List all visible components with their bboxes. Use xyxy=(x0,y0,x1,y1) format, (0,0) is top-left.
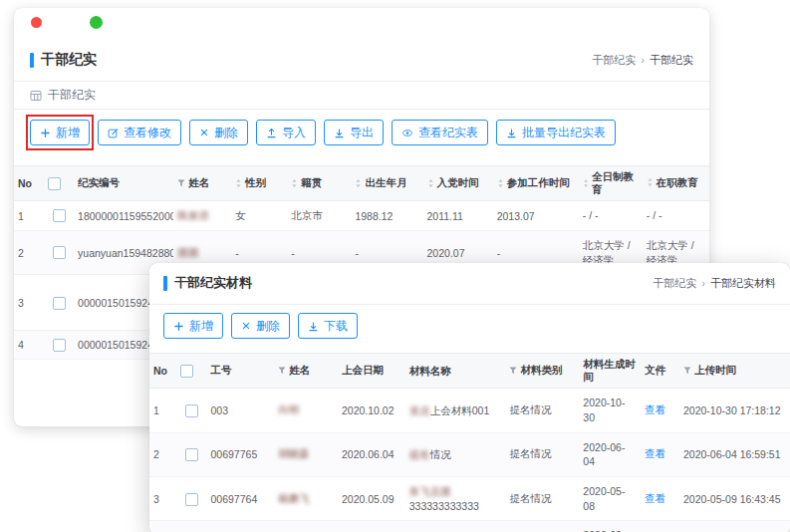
delete-button[interactable]: 删除 xyxy=(231,313,290,339)
cell-emp: 003 xyxy=(207,389,275,432)
add-button[interactable]: 新增 xyxy=(163,313,223,339)
row-checkbox[interactable] xyxy=(53,339,66,352)
col-header-work[interactable]: 参加工作时间 xyxy=(493,166,579,201)
col-header-birth[interactable]: 出生年月 xyxy=(351,166,422,201)
button-label: 下载 xyxy=(324,318,348,335)
view-file-link[interactable]: 查看 xyxy=(645,447,665,459)
col-header-label: No xyxy=(18,177,32,189)
cell-party: 2011.11 xyxy=(423,201,493,231)
cell-work: 2013.07 xyxy=(493,201,579,231)
sort-icon xyxy=(497,178,504,188)
cell-emp: 00697764 xyxy=(207,477,275,521)
cell-name: 杨鹏飞 xyxy=(274,477,338,521)
batch-export-record-button[interactable]: 批量导出纪实表 xyxy=(496,120,616,145)
page-title-text: 干部纪实材料 xyxy=(174,274,252,292)
col-header-onjob[interactable]: 在职教育 xyxy=(643,166,709,201)
cell-checkbox xyxy=(176,432,207,476)
col-header-up[interactable]: 上传时间 xyxy=(679,354,790,389)
col-header-label: 工号 xyxy=(211,364,232,378)
toolbar: 新增查看修改删除导入导出查看纪实表批量导出纪实表 xyxy=(14,110,709,155)
row-checkbox[interactable] xyxy=(53,297,66,310)
cell-no: 3 xyxy=(149,477,176,521)
row-checkbox[interactable] xyxy=(185,448,198,461)
page-title: 干部纪实材料 xyxy=(163,274,252,292)
cell-name: 陈发语 xyxy=(173,201,231,231)
toolbar: 新增删除下载 xyxy=(149,305,790,347)
title-accent-bar xyxy=(163,276,167,291)
col-header-name[interactable]: 姓名 xyxy=(173,166,231,201)
col-header-checkbox xyxy=(44,166,74,201)
col-header-label: 材料生成时间 xyxy=(583,358,637,384)
view-edit-button[interactable]: 查看修改 xyxy=(98,120,181,145)
breadcrumb-item: 干部纪实 xyxy=(650,53,693,68)
row-checkbox[interactable] xyxy=(185,493,198,506)
cell-no: 2 xyxy=(14,230,44,274)
col-header-label: 籍贯 xyxy=(301,176,322,190)
row-checkbox[interactable] xyxy=(53,209,66,222)
cell-gen: 2020-03-04 xyxy=(579,521,641,532)
cell-material: 提名情况 xyxy=(405,432,506,476)
download-button[interactable]: 下载 xyxy=(298,313,358,339)
col-header-label: 出生年月 xyxy=(365,176,406,190)
cell-up: 2020-03-04 13:44:28 xyxy=(679,521,790,532)
sort-icon xyxy=(235,178,242,188)
cell-no: 1 xyxy=(149,389,176,432)
cell-material: 鹏飞测试 xyxy=(405,521,506,532)
table-row: 1180000011595520000陈发语女北京市1988.122011.11… xyxy=(14,201,709,231)
window-close-dot[interactable] xyxy=(31,17,42,28)
table-row: 300697764杨鹏飞2020.05.09朱飞志愿333333333333提名… xyxy=(149,477,790,521)
breadcrumb-item[interactable]: 干部纪实 xyxy=(592,53,636,68)
button-label: 新增 xyxy=(56,125,80,141)
edit-icon xyxy=(108,128,119,138)
chevron-right-icon: › xyxy=(701,277,705,289)
page-title: 干部纪实 xyxy=(30,51,97,69)
cell-gen: 2020-06-04 xyxy=(579,432,641,476)
import-button[interactable]: 导入 xyxy=(256,120,316,145)
cell-checkbox xyxy=(44,201,74,231)
row-checkbox[interactable] xyxy=(185,404,198,417)
breadcrumb: 干部纪实›干部纪实材料 xyxy=(653,276,776,291)
cell-category: 提名情况 xyxy=(505,432,579,476)
header-row: No工号姓名上会日期材料名称材料类别材料生成时间文件上传时间 xyxy=(149,354,790,389)
row-checkbox[interactable] xyxy=(53,246,66,259)
page-title-text: 干部纪实 xyxy=(41,51,97,69)
button-label: 删除 xyxy=(256,318,280,335)
highlighted-button-wrap: 新增 xyxy=(30,120,90,145)
col-header-category[interactable]: 材料类别 xyxy=(505,354,579,389)
col-header-name[interactable]: 姓名 xyxy=(274,354,338,389)
cell-gender: 女 xyxy=(231,201,287,231)
window-zoom-dot[interactable] xyxy=(90,16,103,29)
button-label: 批量导出纪实表 xyxy=(522,125,606,141)
sort-icon xyxy=(583,178,589,188)
col-header-gender[interactable]: 性别 xyxy=(231,166,287,201)
select-all-checkbox[interactable] xyxy=(48,177,61,190)
cell-file: 查看 xyxy=(641,477,679,521)
col-header-label: 在职教育 xyxy=(657,176,698,189)
view-file-link[interactable]: 查看 xyxy=(645,492,665,504)
redacted-name: 圆圆 xyxy=(177,246,198,258)
col-header-label: 上会日期 xyxy=(342,364,384,378)
cell-checkbox xyxy=(44,230,74,274)
col-header-fulltime[interactable]: 全日制教育 xyxy=(579,166,643,201)
col-header-native[interactable]: 籍贯 xyxy=(287,166,351,201)
view-record-table-button[interactable]: 查看纪实表 xyxy=(392,120,488,145)
chevron-right-icon: › xyxy=(641,54,645,66)
export-button[interactable]: 导出 xyxy=(324,120,384,145)
view-file-link[interactable]: 查看 xyxy=(645,403,665,415)
add-button[interactable]: 新增 xyxy=(30,120,90,145)
delete-button[interactable]: 删除 xyxy=(189,120,248,145)
col-header-label: 文件 xyxy=(645,364,665,378)
col-header-emp: 工号 xyxy=(207,354,275,389)
title-accent-bar xyxy=(30,53,34,68)
breadcrumb-item[interactable]: 干部纪实 xyxy=(653,276,696,291)
cell-checkbox xyxy=(44,331,74,360)
col-header-label: 性别 xyxy=(245,176,266,190)
button-label: 导出 xyxy=(350,125,374,141)
cell-date: 2020.03.03 xyxy=(338,521,405,532)
cell-file: 查看 xyxy=(641,432,679,476)
button-label: 导入 xyxy=(282,125,306,141)
button-label: 查看纪实表 xyxy=(418,125,478,141)
select-all-checkbox[interactable] xyxy=(180,365,193,378)
col-header-party[interactable]: 入党时间 xyxy=(423,166,493,201)
plus-icon xyxy=(173,321,184,332)
